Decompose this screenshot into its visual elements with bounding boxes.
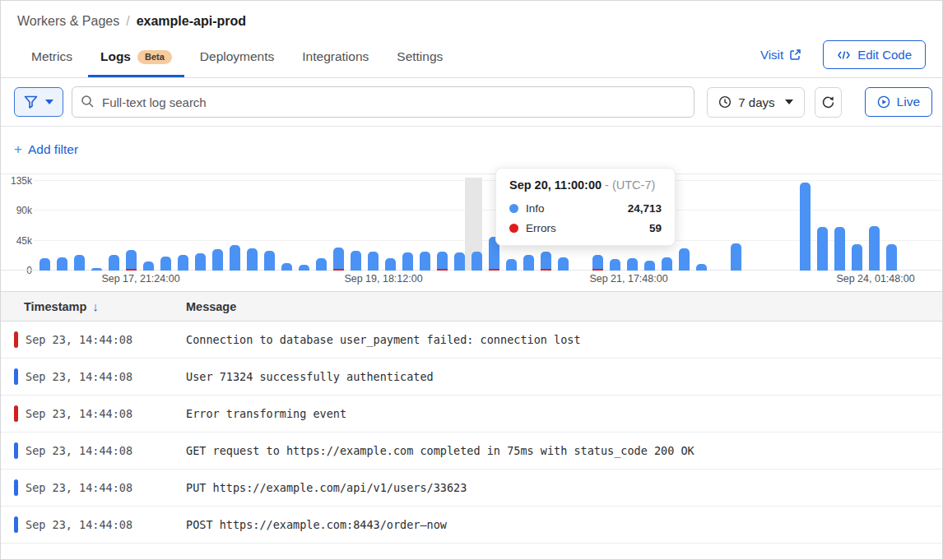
tab-logs[interactable]: LogsBeta [88, 41, 184, 77]
tab-label: Metrics [31, 49, 72, 64]
chart-bar[interactable] [610, 259, 620, 271]
chart-bar[interactable] [230, 245, 240, 271]
chart-bar[interactable] [57, 257, 67, 271]
tab-deployments[interactable]: Deployments [188, 41, 286, 77]
page-header: Workers & Pages / example-api-prod Metri… [1, 1, 942, 78]
tooltip-series-label: Info [526, 202, 545, 215]
chart-bar[interactable] [454, 252, 465, 271]
timestamp-column-header[interactable]: Timestamp ↓ [24, 299, 186, 313]
bar-info-segment [644, 261, 655, 271]
chart-bar[interactable] [558, 257, 569, 271]
log-volume-chart[interactable]: 135k90k45k0 Sep 17, 21:24:00Sep 19, 18:1… [1, 174, 942, 291]
visit-link-label: Visit [760, 48, 783, 62]
edit-code-label: Edit Code [857, 48, 912, 62]
log-table-row[interactable]: Sep 23, 14:44:08GET request to https://e… [1, 433, 942, 470]
chart-bar[interactable] [281, 263, 292, 271]
log-table-row[interactable]: Sep 23, 14:44:08User 71324 successfully … [1, 359, 942, 396]
chart-bar[interactable] [696, 264, 707, 271]
bar-info-segment [437, 252, 448, 269]
sort-descending-icon[interactable]: ↓ [92, 299, 99, 313]
chart-bar[interactable] [316, 258, 327, 271]
chart-bar[interactable] [385, 258, 396, 271]
chart-bar[interactable] [333, 248, 344, 271]
chart-bar[interactable] [143, 261, 154, 271]
chart-bar[interactable] [731, 243, 741, 271]
log-message: Error transforming event [186, 407, 346, 420]
chart-bar[interactable] [644, 261, 655, 271]
bar-error-segment [126, 269, 137, 271]
chart-bar[interactable] [368, 252, 379, 271]
log-table-row[interactable]: Sep 23, 14:44:08Connection to database u… [1, 322, 942, 359]
severity-indicator-error [14, 405, 18, 422]
bar-info-segment [402, 252, 413, 271]
chart-bar[interactable] [627, 258, 638, 271]
chart-bar[interactable] [420, 252, 430, 271]
chart-bar[interactable] [402, 252, 413, 271]
chart-bar[interactable] [679, 248, 690, 271]
tooltip-series-label: Errors [526, 222, 556, 234]
log-table-row[interactable]: Sep 23, 14:44:08PUT https://example.com/… [1, 470, 942, 507]
chart-bar[interactable] [592, 255, 603, 271]
gridline-135k [34, 180, 942, 181]
chart-bar[interactable] [264, 251, 275, 271]
chart-bar[interactable] [299, 265, 309, 271]
chart-bar[interactable] [852, 244, 862, 271]
log-table-row[interactable]: Sep 23, 14:44:08POST https://example.com… [1, 507, 942, 544]
chart-bar[interactable] [506, 259, 517, 271]
chart-bar[interactable] [869, 226, 880, 271]
chart-bar[interactable] [351, 251, 361, 271]
tab-metrics[interactable]: Metrics [19, 41, 85, 77]
chart-bar[interactable] [212, 249, 223, 271]
chart-bar[interactable] [834, 227, 845, 271]
header-actions: Visit Edit Code [760, 40, 926, 77]
chart-bar[interactable] [472, 252, 482, 271]
bar-error-segment [541, 269, 551, 271]
log-timestamp: Sep 23, 14:44:08 [26, 333, 186, 346]
add-filter-button[interactable]: + Add filter [14, 141, 78, 158]
bar-info-segment [212, 249, 223, 271]
bar-info-segment [91, 268, 102, 271]
chart-bar[interactable] [437, 252, 448, 271]
table-body: Sep 23, 14:44:08Connection to database u… [1, 322, 942, 544]
bar-info-segment [247, 248, 258, 271]
chart-bar[interactable] [662, 257, 672, 271]
bar-info-segment [472, 252, 482, 271]
chart-bar[interactable] [195, 253, 206, 271]
log-table-row[interactable]: Sep 23, 14:44:08Error transforming event [1, 396, 942, 433]
chart-bar[interactable] [109, 255, 119, 271]
chart-bar[interactable] [91, 268, 102, 271]
live-button[interactable]: Live [865, 87, 932, 117]
refresh-button[interactable] [815, 87, 842, 118]
chart-bar[interactable] [800, 183, 811, 271]
chart-bar[interactable] [126, 250, 137, 271]
tooltip-timestamp: Sep 20, 11:00:00 [509, 178, 602, 192]
chart-bar[interactable] [74, 255, 85, 271]
tab-integrations[interactable]: Integrations [290, 41, 381, 77]
edit-code-button[interactable]: Edit Code [823, 40, 926, 69]
code-icon [837, 49, 851, 61]
x-tick-label: Sep 19, 18:12:00 [344, 273, 422, 285]
severity-indicator-error [14, 331, 18, 348]
chart-bar[interactable] [160, 257, 171, 271]
chart-bar[interactable] [178, 255, 188, 271]
visit-link[interactable]: Visit [760, 48, 801, 62]
search-input[interactable] [72, 86, 694, 118]
x-tick-label: Sep 21, 17:48:00 [589, 273, 667, 285]
chart-bar[interactable] [541, 252, 551, 271]
bar-info-segment [126, 250, 137, 269]
filter-dropdown-button[interactable] [14, 87, 63, 117]
chart-bar[interactable] [247, 248, 258, 271]
chart-bar[interactable] [523, 255, 534, 271]
chart-plot-area[interactable]: 135k90k45k0 [1, 181, 942, 271]
tab-settings[interactable]: Settings [384, 41, 455, 77]
severity-indicator-info [14, 516, 18, 533]
chart-bar[interactable] [886, 244, 897, 271]
time-range-dropdown[interactable]: 7 days [707, 87, 804, 118]
bar-info-segment [731, 243, 741, 271]
chart-bar[interactable] [817, 227, 828, 271]
bar-info-segment [420, 252, 430, 271]
bar-error-segment [333, 269, 344, 271]
breadcrumb-root-link[interactable]: Workers & Pages [17, 14, 119, 29]
chart-bar[interactable] [39, 258, 50, 271]
log-toolbar: 7 days Live [1, 78, 942, 127]
